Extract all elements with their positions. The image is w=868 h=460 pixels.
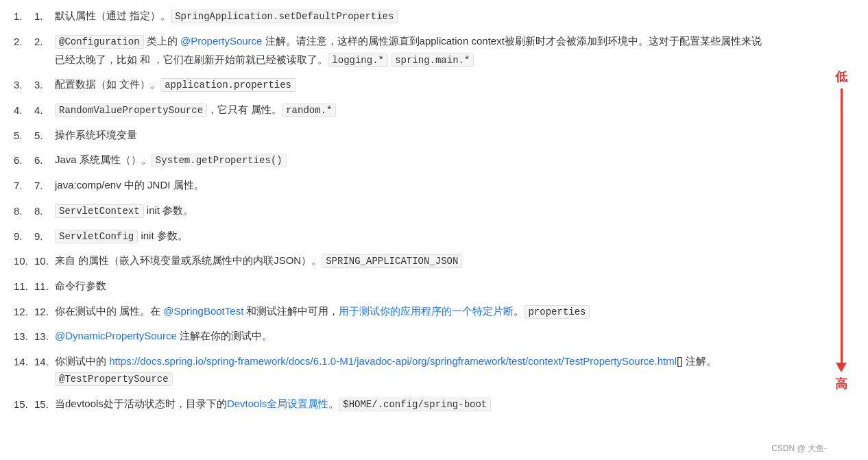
list-item: 10.来自 的属性（嵌入环境变量或系统属性中的内联JSON）。SPRING_AP… <box>14 252 768 270</box>
item-content: 来自 的属性（嵌入环境变量或系统属性中的内联JSON）。SPRING_APPLI… <box>55 252 768 270</box>
item-text: 注解在你的测试中。 <box>177 330 272 341</box>
item-content: 你测试中的 https://docs.spring.io/spring-fram… <box>55 352 768 388</box>
list-item: 15.当devtools处于活动状态时，目录下的Devtools全局设置属性。$… <box>14 395 768 413</box>
item-text: 操作系统环境变量 <box>55 129 137 141</box>
arrow-down-indicator <box>836 88 847 372</box>
item-content: @Configuration 类上的 @PropertySource 注解。请注… <box>55 32 768 69</box>
item-number: 12. <box>34 302 55 321</box>
code-snippet: random.* <box>282 104 336 117</box>
item-text: ，它只有 属性。 <box>207 104 282 115</box>
arrow-line <box>841 88 843 363</box>
item-number: 2. <box>34 32 55 51</box>
item-number: 15. <box>34 395 55 413</box>
property-source-list: 1.默认属性（通过 指定）。SpringApplication.setDefau… <box>14 7 768 413</box>
item-content: 默认属性（通过 指定）。SpringApplication.setDefault… <box>55 7 768 25</box>
item-number: 7. <box>34 176 55 195</box>
code-snippet: application.properties <box>160 78 296 92</box>
item-content: Java 系统属性（）。System.getProperties() <box>55 151 768 169</box>
list-item: 1.默认属性（通过 指定）。SpringApplication.setDefau… <box>14 7 768 25</box>
item-content: ServletConfig init 参数。 <box>55 227 768 245</box>
item-content: ServletContext init 参数。 <box>55 202 768 220</box>
code-snippet: ServletContext <box>55 204 144 218</box>
item-content: 当devtools处于活动状态时，目录下的Devtools全局设置属性。$HOM… <box>55 395 768 413</box>
item-link[interactable]: Devtools全局设置属性 <box>227 398 328 409</box>
item-number: 3. <box>34 75 55 94</box>
item-number: 14. <box>34 352 55 371</box>
item-link[interactable]: 用于测试你的应用程序的一个特定片断 <box>339 305 514 317</box>
item-number: 5. <box>34 126 55 145</box>
code-snippet: System.getProperties() <box>152 154 287 167</box>
list-item: 8.ServletContext init 参数。 <box>14 202 768 220</box>
item-link[interactable]: https://docs.spring.io/spring-framework/… <box>109 355 677 367</box>
item-text: 配置数据（如 文件）。 <box>55 78 160 90</box>
item-number: 1. <box>34 7 55 25</box>
code-snippet: ServletConfig <box>55 230 138 243</box>
code-snippet: RandomValuePropertySource <box>55 104 207 117</box>
item-text: 默认属性（通过 指定）。 <box>55 10 171 21</box>
code-snippet: SPRING_APPLICATION_JSON <box>322 254 462 268</box>
item-text: 。 <box>328 398 339 409</box>
item-text: init 参数。 <box>144 204 194 216</box>
list-item: 12.你在测试中的 属性。在 @SpringBootTest 和测试注解中可用，… <box>14 302 768 321</box>
code-snippet: @Configuration <box>55 35 144 49</box>
list-item: 6.Java 系统属性（）。System.getProperties() <box>14 151 768 169</box>
item-text: 和测试注解中可用， <box>243 305 339 317</box>
item-text: 你在测试中的 属性。在 <box>55 305 163 317</box>
high-label: 高 <box>835 376 847 392</box>
item-content: 命令行参数 <box>55 277 768 295</box>
item-number: 11. <box>34 277 55 295</box>
code-snippet: spring.main.* <box>391 53 474 67</box>
list-item: 13.@DynamicPropertySource 注解在你的测试中。 <box>14 327 768 346</box>
low-label: 低 <box>835 69 847 85</box>
list-item: 3.配置数据（如 文件）。application.properties <box>14 75 768 94</box>
item-content: RandomValuePropertySource，它只有 属性。random.… <box>55 101 768 119</box>
item-text: init 参数。 <box>138 230 188 241</box>
item-text: Java 系统属性（）。 <box>55 154 152 165</box>
item-text: 类上的 <box>144 35 180 47</box>
item-number: 9. <box>34 227 55 245</box>
item-text: 当devtools处于活动状态时，目录下的 <box>55 398 227 409</box>
list-item: 11.命令行参数 <box>14 277 768 295</box>
item-text: 来自 的属性（嵌入环境变量或系统属性中的内联JSON）。 <box>55 254 322 266</box>
list-item: 14.你测试中的 https://docs.spring.io/spring-f… <box>14 352 768 388</box>
list-item: 7.java:comp/env 中的 JNDI 属性。 <box>14 176 768 195</box>
code-snippet: SpringApplication.setDefaultProperties <box>171 10 398 23</box>
code-snippet: $HOME/.config/spring-boot <box>339 398 491 411</box>
item-number: 8. <box>34 202 55 220</box>
item-text: 你测试中的 <box>55 355 109 367</box>
list-item: 2.@Configuration 类上的 @PropertySource 注解。… <box>14 32 768 69</box>
code-snippet: properties <box>524 305 590 319</box>
watermark: CSDN @ 大鱼- <box>771 443 827 455</box>
item-number: 13. <box>34 327 55 346</box>
item-link[interactable]: @DynamicPropertySource <box>55 330 177 341</box>
item-number: 4. <box>34 101 55 119</box>
list-item: 9.ServletConfig init 参数。 <box>14 227 768 245</box>
content-area: 1.默认属性（通过 指定）。SpringApplication.setDefau… <box>14 7 823 413</box>
item-text: 命令行参数 <box>55 280 106 291</box>
item-content: 操作系统环境变量 <box>55 126 768 144</box>
item-text: 。 <box>514 305 524 317</box>
priority-indicator: 低 高 <box>835 0 847 460</box>
code-snippet: logging.* <box>328 53 388 67</box>
list-item: 5.操作系统环境变量 <box>14 126 768 145</box>
item-number: 6. <box>34 151 55 169</box>
arrow-head <box>836 363 847 372</box>
item-number: 10. <box>34 252 55 270</box>
item-content: @DynamicPropertySource 注解在你的测试中。 <box>55 327 768 345</box>
code-snippet: @TestPropertySource <box>55 372 173 386</box>
item-content: 配置数据（如 文件）。application.properties <box>55 75 768 94</box>
item-link[interactable]: @SpringBootTest <box>163 305 243 317</box>
item-link[interactable]: @PropertySource <box>180 35 262 47</box>
item-text: java:comp/env 中的 JNDI 属性。 <box>55 179 204 191</box>
item-content: 你在测试中的 属性。在 @SpringBootTest 和测试注解中可用，用于测… <box>55 302 768 321</box>
item-content: java:comp/env 中的 JNDI 属性。 <box>55 176 768 194</box>
item-text: [] 注解。 <box>677 355 716 367</box>
list-item: 4.RandomValuePropertySource，它只有 属性。rando… <box>14 101 768 119</box>
